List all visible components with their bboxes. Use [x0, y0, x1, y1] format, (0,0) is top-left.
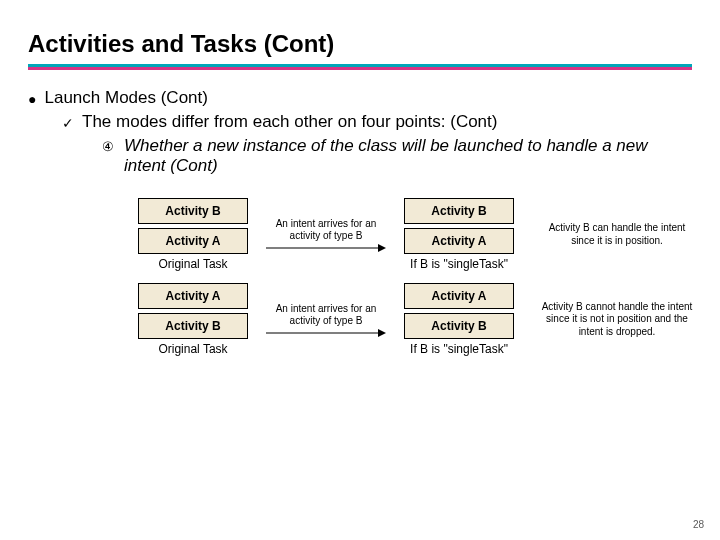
activity-box: Activity A	[404, 283, 514, 309]
bullet-level3: ④ Whether a new instance of the class wi…	[28, 136, 692, 176]
arrow-label: An intent arrives for an activity of typ…	[266, 303, 386, 327]
bullet-l1-text: Launch Modes (Cont)	[44, 88, 207, 110]
page-title: Activities and Tasks (Cont)	[28, 30, 692, 58]
activity-box: Activity A	[404, 228, 514, 254]
arrow-icon	[266, 244, 386, 252]
bullet-level1: ● Launch Modes (Cont)	[28, 88, 692, 110]
bullet-l2-text: The modes differ from each other on four…	[82, 112, 497, 134]
arrow-icon	[266, 329, 386, 337]
arrow-2: An intent arrives for an activity of typ…	[266, 303, 386, 337]
activity-box: Activity B	[404, 313, 514, 339]
right-stack-1: Activity B Activity A	[394, 198, 524, 254]
activity-box: Activity B	[138, 313, 248, 339]
bullet-dot-icon: ●	[28, 88, 36, 110]
bullet-l3-text: Whether a new instance of the class will…	[124, 136, 692, 176]
activity-box: Activity B	[138, 198, 248, 224]
diagram-area: Activity B Activity A Original Task An i…	[28, 198, 692, 356]
activity-box: Activity A	[138, 283, 248, 309]
arrow-label: An intent arrives for an activity of typ…	[266, 218, 386, 242]
stack-caption: If B is "singleTask"	[394, 257, 524, 271]
activity-box: Activity A	[138, 228, 248, 254]
page-number: 28	[693, 519, 704, 530]
circled-number-icon: ④	[102, 136, 114, 176]
check-icon: ✓	[62, 112, 74, 134]
stack-caption: Original Task	[128, 257, 258, 271]
side-note-2: Activity B cannot handle the intent sinc…	[532, 301, 702, 339]
diagram-row-2: Activity A Activity B Original Task An i…	[128, 283, 672, 356]
left-stack-2: Activity A Activity B	[128, 283, 258, 339]
left-stack-1: Activity B Activity A	[128, 198, 258, 254]
right-stack-2: Activity A Activity B	[394, 283, 524, 339]
title-rule	[28, 64, 692, 70]
stack-caption: Original Task	[128, 342, 258, 356]
activity-box: Activity B	[404, 198, 514, 224]
stack-caption: If B is "singleTask"	[394, 342, 524, 356]
bullet-list: ● Launch Modes (Cont) ✓ The modes differ…	[28, 88, 692, 176]
arrow-1: An intent arrives for an activity of typ…	[266, 218, 386, 252]
bullet-level2: ✓ The modes differ from each other on fo…	[28, 112, 692, 134]
side-note-1: Activity B can handle the intent since i…	[532, 222, 702, 247]
diagram-row-1: Activity B Activity A Original Task An i…	[128, 198, 672, 271]
